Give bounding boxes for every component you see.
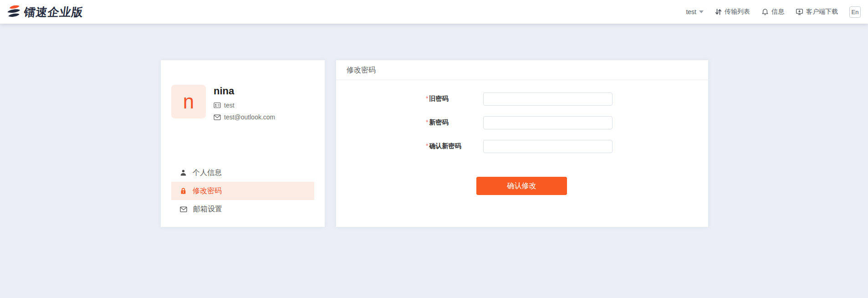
old-password-field-row: *旧密码 <box>426 92 613 106</box>
envelope-icon <box>214 114 221 120</box>
brand-logo[interactable]: 镭速企业版 <box>6 4 83 20</box>
sidebar-item-email-settings[interactable]: 邮箱设置 <box>171 200 314 218</box>
old-password-label: *旧密码 <box>426 95 483 103</box>
new-password-label: *新密码 <box>426 118 483 127</box>
sidebar-item-label: 邮箱设置 <box>193 205 222 214</box>
client-download-button[interactable]: 客户端下载 <box>796 8 838 16</box>
brand-name: 镭速企业版 <box>23 5 85 20</box>
profile-header: n nina test <box>171 85 275 121</box>
sidebar-item-label: 修改密码 <box>193 186 222 196</box>
avatar: n <box>171 85 206 118</box>
confirm-password-label: *确认新密码 <box>426 142 483 150</box>
profile-info: nina test <box>214 85 275 121</box>
panel-title: 修改密码 <box>336 60 708 80</box>
change-password-panel: 修改密码 *旧密码 *新密码 *确认新密码 确认修改 <box>336 60 708 227</box>
username-row: test <box>214 102 275 109</box>
new-password-field-row: *新密码 <box>426 116 613 129</box>
avatar-letter: n <box>183 92 194 112</box>
main-content: n nina test <box>161 60 708 227</box>
required-mark: * <box>426 95 428 102</box>
bell-icon <box>761 8 769 15</box>
mail-icon <box>180 206 187 212</box>
id-card-icon <box>214 102 221 108</box>
new-password-input[interactable] <box>483 116 613 129</box>
confirm-password-field-row: *确认新密码 <box>426 139 613 153</box>
required-mark: * <box>426 142 428 149</box>
username-text: test <box>224 102 235 109</box>
confirm-change-button[interactable]: 确认修改 <box>476 177 567 195</box>
user-dropdown[interactable]: test <box>686 8 704 15</box>
profile-name: nina <box>214 85 275 97</box>
transfer-list-label: 传输列表 <box>725 8 750 16</box>
transfer-arrows-icon <box>715 8 722 15</box>
messages-label: 信息 <box>771 8 784 16</box>
brand-logo-icon <box>6 4 21 20</box>
lock-icon <box>180 187 187 195</box>
header-nav: test 传输列表 信息 <box>686 6 861 18</box>
sidebar-item-label: 个人信息 <box>193 168 222 178</box>
email-text: test@outlook.com <box>224 113 275 121</box>
top-header: 镭速企业版 test 传输列表 信 <box>0 0 868 24</box>
client-download-label: 客户端下载 <box>806 8 838 16</box>
chevron-down-icon <box>699 10 704 13</box>
confirm-password-input[interactable] <box>483 140 613 153</box>
transfer-list-button[interactable]: 传输列表 <box>715 8 750 16</box>
sidebar-item-change-password[interactable]: 修改密码 <box>171 182 314 200</box>
profile-card: n nina test <box>161 60 325 227</box>
messages-button[interactable]: 信息 <box>761 8 784 16</box>
monitor-download-icon <box>796 8 803 15</box>
profile-menu: 个人信息 修改密码 <box>161 164 325 218</box>
language-toggle-button[interactable]: En <box>849 6 861 18</box>
user-icon <box>180 169 187 176</box>
old-password-input[interactable] <box>483 92 613 106</box>
sidebar-item-personal-info[interactable]: 个人信息 <box>171 164 314 182</box>
language-label: En <box>852 9 859 15</box>
email-row: test@outlook.com <box>214 113 275 121</box>
user-dropdown-label: test <box>686 8 696 15</box>
required-mark: * <box>426 118 428 126</box>
